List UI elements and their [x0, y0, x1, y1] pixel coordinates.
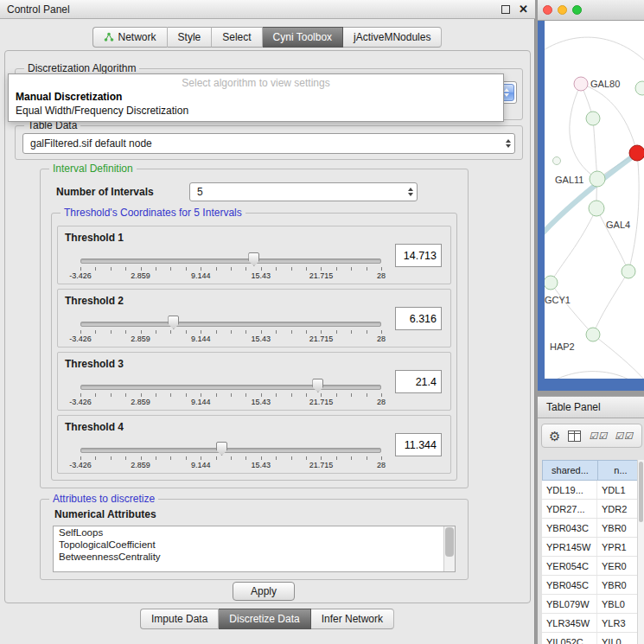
network-window-titlebar[interactable] [538, 0, 644, 21]
node-gal4[interactable] [589, 201, 604, 216]
node-gal11[interactable] [590, 171, 605, 187]
slider-thumb[interactable] [248, 252, 259, 266]
table-row[interactable]: YLR345WYLR3 [542, 614, 644, 633]
number-of-intervals-combo[interactable]: 5 [189, 182, 418, 201]
cell-shared-name[interactable]: YLR345W [542, 614, 597, 632]
table-row[interactable]: YER054CYER0 [542, 557, 644, 576]
cell-shared-name[interactable]: YBL079W [542, 595, 597, 613]
threshold-value-field[interactable] [395, 433, 442, 456]
node-hap2[interactable] [586, 328, 600, 341]
threshold-box: Threshold 2-3.4262.8599.14415.4321.71528 [57, 289, 451, 348]
attribute-item[interactable]: SelfLoops [54, 526, 455, 539]
attribute-item[interactable]: TopologicalCoefficient [54, 539, 455, 551]
select-columns-icon[interactable]: ☑☑ [589, 431, 607, 441]
close-button[interactable]: ✕ [519, 3, 528, 16]
attribute-item[interactable]: BetweennessCentrality [54, 551, 455, 563]
table-row[interactable]: YBR043CYBR0 [542, 519, 644, 538]
checkbox-icon: ☑ [624, 431, 633, 441]
column-header-shared-name[interactable]: shared... [542, 460, 597, 481]
gear-icon[interactable]: ⚙ [549, 430, 560, 443]
cell-shared-name[interactable]: YDL19... [542, 481, 597, 499]
list-scrollbar[interactable] [443, 526, 455, 571]
table-scrollbar[interactable] [637, 460, 644, 644]
threshold-value-field[interactable] [395, 244, 442, 267]
threshold-slider[interactable]: -3.4262.8599.14415.4321.71528 [80, 317, 381, 343]
node-edge-clipped[interactable] [635, 81, 644, 95]
float-window-button[interactable] [500, 3, 512, 16]
slider-ticks [80, 267, 381, 271]
tab-impute-data[interactable]: Impute Data [140, 609, 219, 629]
tab-style[interactable]: Style [168, 27, 213, 48]
zoom-traffic-light[interactable] [572, 5, 582, 15]
tab-network[interactable]: Network [92, 27, 168, 48]
cell-shared-name[interactable]: YER054C [542, 557, 597, 575]
tab-label: Impute Data [151, 613, 207, 625]
table-row[interactable]: YPR145WYPR1 [542, 538, 644, 557]
network-view-window: GAL80 GAL11 GAL4 GCY1 HAP2 [538, 0, 644, 391]
table-row[interactable]: YBL079WYBL0 [542, 595, 644, 614]
select-rows-icon[interactable]: ☑☑ [615, 431, 633, 441]
scrollbar-thumb[interactable] [445, 527, 454, 557]
dropdown-option-equal-width[interactable]: Equal Width/Frequency Discretization [16, 105, 188, 117]
node-gal80[interactable] [574, 77, 588, 91]
table-row[interactable]: YIL052CYIL0 [542, 633, 644, 644]
close-traffic-light[interactable] [543, 5, 552, 15]
minimize-traffic-light[interactable] [558, 5, 567, 15]
threshold-slider[interactable]: -3.4262.8599.14415.4321.71528 [80, 380, 381, 406]
node-small[interactable] [553, 157, 561, 165]
tab-cyni-toolbox[interactable]: Cyni Toolbox [263, 27, 343, 48]
apply-button[interactable]: Apply [233, 582, 295, 601]
columns-icon[interactable] [568, 430, 581, 442]
node[interactable] [622, 265, 635, 278]
slider-thumb[interactable] [216, 442, 227, 456]
slider-scale-labels: -3.4262.8599.14415.4321.71528 [80, 398, 381, 406]
tab-jactivemnodules[interactable]: jActiveMNodules [343, 27, 442, 48]
node-selected-red[interactable] [629, 145, 644, 161]
network-canvas[interactable]: GAL80 GAL11 GAL4 GCY1 HAP2 [545, 21, 644, 379]
threshold-value-field[interactable] [395, 370, 442, 393]
slider-thumb[interactable] [312, 379, 323, 392]
table-data-combo[interactable]: galFiltered.sif default node [22, 133, 515, 154]
table-row[interactable]: YDL19...YDL1 [542, 481, 644, 500]
group-title: Threshold's Coordinates for 5 Intervals [61, 207, 245, 220]
bottom-tab-bar: Impute Data Discretize Data Infer Networ… [0, 609, 534, 629]
cell-shared-name[interactable]: YPR145W [542, 538, 597, 556]
cell-shared-name[interactable]: YDR27... [542, 500, 597, 518]
tab-label: Discretize Data [229, 613, 299, 625]
threshold-box: Threshold 4-3.4262.8599.14415.4321.71528 [57, 415, 451, 474]
network-icon [104, 32, 114, 42]
slider-track[interactable] [80, 448, 381, 453]
tab-select[interactable]: Select [212, 27, 262, 48]
table-row[interactable]: YBR045CYBR0 [542, 576, 644, 595]
numerical-attributes-list[interactable]: SelfLoopsTopologicalCoefficientBetweenne… [53, 526, 456, 572]
scrollbar-thumb[interactable] [639, 462, 643, 522]
slider-ticks [80, 330, 381, 334]
tab-discretize-data[interactable]: Discretize Data [219, 609, 310, 629]
cell-shared-name[interactable]: YBR043C [542, 519, 597, 537]
cell-shared-name[interactable]: YIL052C [542, 633, 597, 644]
slider-track[interactable] [80, 322, 381, 327]
threshold-box: Threshold 3-3.4262.8599.14415.4321.71528 [57, 352, 451, 411]
slider-thumb[interactable] [168, 316, 179, 329]
threshold-slider[interactable]: -3.4262.8599.14415.4321.71528 [80, 443, 381, 469]
node-gcy1[interactable] [545, 276, 558, 290]
table-header-row: shared... n... [542, 460, 644, 481]
slider-track[interactable] [80, 385, 381, 390]
table-data-group: Table Data galFiltered.sif default node [15, 125, 523, 160]
node-label: HAP2 [550, 341, 575, 352]
control-panel-titlebar[interactable]: Control Panel ✕ [0, 0, 535, 19]
cell-shared-name[interactable]: YBR045C [542, 576, 597, 594]
threshold-label: Threshold 2 [65, 295, 124, 307]
table-row[interactable]: YDR27...YDR2 [542, 500, 644, 519]
tab-label: Infer Network [322, 613, 383, 625]
dropdown-option-manual-discretization[interactable]: Manual Discretization [16, 91, 122, 103]
node[interactable] [586, 112, 600, 125]
interval-definition-group: Interval Definition Number of Intervals … [40, 169, 469, 488]
threshold-slider[interactable]: -3.4262.8599.14415.4321.71528 [80, 254, 381, 280]
tab-infer-network[interactable]: Infer Network [311, 609, 394, 629]
threshold-value-field[interactable] [395, 307, 442, 330]
dropdown-placeholder: Select algorithm to view settings [9, 77, 503, 89]
slider-track[interactable] [80, 258, 381, 264]
node-label: GAL4 [606, 220, 630, 230]
table-panel-titlebar[interactable]: Table Panel [538, 396, 644, 418]
